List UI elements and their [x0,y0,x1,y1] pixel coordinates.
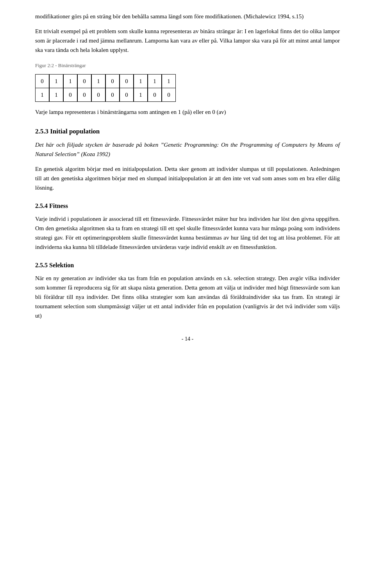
binary-cell: 0 [105,74,120,88]
binary-cell: 1 [148,74,162,88]
binary-caption: Varje lampa representeras i binärstränga… [35,107,340,117]
binary-cell: 0 [77,88,91,102]
section-254-title: Fitness [49,203,68,209]
binary-cell: 1 [49,74,63,88]
binary-cell: 0 [77,74,91,88]
section-253-number: 2.5.3 [35,128,48,135]
page-number: - 14 - [35,336,340,342]
page-container: modifikationer görs på en sträng bör den… [0,0,375,588]
binary-cell: 1 [134,74,148,88]
binary-cell: 1 [49,88,63,102]
binary-cell: 1 [35,88,49,102]
section-253-title: Initial population [50,128,100,135]
section-255-title: Selektion [49,262,74,268]
binary-cell: 0 [120,74,134,88]
para-253-1: Det här och följade stycken är baserade … [35,140,340,159]
section-255-heading: 2.5.5 Selektion [35,262,340,269]
para-255-1: När en ny generation av individer ska ta… [35,274,340,320]
binary-cell: 1 [63,74,77,88]
para-253-2: En genetisk algoritm börjar med en initi… [35,164,340,192]
binary-grid: 0 1 1 0 1 0 0 1 1 1 1 1 0 0 0 0 0 1 0 0 [35,74,176,102]
intro-paragraph-2: Ett trivialt exempel på ett problem som … [35,27,340,55]
binary-cell: 1 [134,88,148,102]
para-254-1: Varje individ i populationen är associer… [35,214,340,252]
binary-cell: 0 [120,88,134,102]
binary-cell: 0 [35,74,49,88]
binary-cell: 0 [105,88,120,102]
binary-row-2: 1 1 0 0 0 0 0 1 0 0 [35,88,176,102]
binary-cell: 0 [148,88,162,102]
section-254-number: 2.5.4 [35,203,48,209]
binary-cell: 1 [162,74,176,88]
section-254-heading: 2.5.4 Fitness [35,203,340,210]
binary-cell: 0 [91,88,105,102]
binary-cell: 0 [162,88,176,102]
section-255-number: 2.5.5 [35,262,48,268]
binary-row-1: 0 1 1 0 1 0 0 1 1 1 [35,74,176,88]
section-253-heading: 2.5.3 Initial population [35,128,340,135]
binary-cell: 1 [91,74,105,88]
intro-paragraph-1: modifikationer görs på en sträng bör den… [35,12,340,21]
figure-label: Figur 2:2 - Binärsträngar [35,62,340,69]
binary-cell: 0 [63,88,77,102]
